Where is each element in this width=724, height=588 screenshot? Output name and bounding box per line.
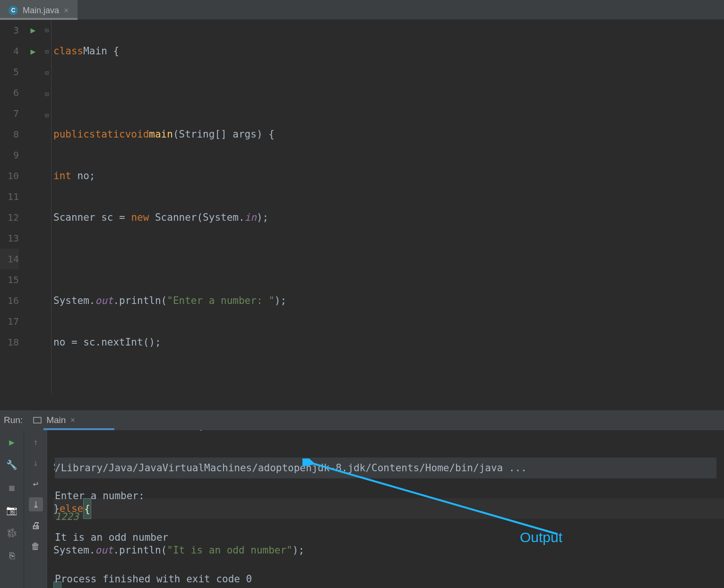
run-tab-name: Main <box>46 415 66 425</box>
fold-icon[interactable]: ⊟ <box>45 69 49 77</box>
scroll-to-end-button[interactable] <box>29 497 43 511</box>
soft-wrap-button[interactable] <box>29 476 43 491</box>
java-class-icon: C <box>9 6 18 15</box>
console-line: Enter a number: <box>55 490 150 502</box>
run-icon-gutter: ▶ ▶ <box>24 20 43 393</box>
code-editor[interactable]: 3456789101112131415161718 ▶ ▶ ⊟ ⊟ ⊟ ⊟ ⊟ … <box>0 20 724 393</box>
up-stack-button[interactable] <box>29 435 43 449</box>
debug-button[interactable] <box>5 526 19 540</box>
rerun-button[interactable] <box>5 435 19 449</box>
run-header: Run: Main × <box>0 410 724 430</box>
run-line-icon[interactable]: ▶ <box>31 46 36 56</box>
run-tab[interactable]: Main × <box>29 413 79 427</box>
dump-threads-button[interactable] <box>5 503 19 517</box>
run-command-path: /Library/Java/JavaVirtualMachines/adopto… <box>55 458 716 478</box>
editor-tab-main[interactable]: C Main.java × <box>0 0 78 19</box>
console-exit-line: Process finished with exit code 0 <box>55 573 252 585</box>
run-panel: Run: Main × /Library/Java/JavaVirt <box>0 410 724 588</box>
run-toolbar-left <box>0 430 24 588</box>
line-number-gutter: 3456789101112131415161718 <box>0 20 24 393</box>
run-line-icon[interactable]: ▶ <box>31 25 36 35</box>
run-toolbar-right <box>24 430 47 588</box>
editor-tab-filename: Main.java <box>23 0 59 20</box>
stop-button[interactable] <box>5 480 19 494</box>
fold-icon[interactable]: ⊟ <box>45 26 49 34</box>
console-line: It is an odd number <box>55 532 168 543</box>
fold-gutter: ⊟ ⊟ ⊟ ⊟ ⊟ <box>43 20 51 393</box>
down-stack-button[interactable] <box>29 456 43 470</box>
fold-icon[interactable]: ⊟ <box>45 112 49 119</box>
run-label: Run: <box>4 415 23 425</box>
close-icon[interactable]: × <box>70 416 75 424</box>
exit-button[interactable] <box>5 548 19 562</box>
console-user-input: 1223 <box>55 511 79 522</box>
annotation-label: Output <box>520 529 562 545</box>
clear-button[interactable] <box>29 539 43 553</box>
code-body[interactable]: class Main { public static void main(Str… <box>51 20 724 393</box>
fold-icon[interactable]: ⊟ <box>45 48 49 55</box>
window-icon <box>33 417 42 424</box>
fold-icon[interactable]: ⊟ <box>45 90 49 98</box>
print-button[interactable] <box>29 518 43 532</box>
console-output[interactable]: /Library/Java/JavaVirtualMachines/adopto… <box>47 430 724 588</box>
editor-tabstrip: C Main.java × <box>0 0 724 20</box>
settings-button[interactable] <box>5 458 19 472</box>
close-icon[interactable]: × <box>64 0 69 20</box>
